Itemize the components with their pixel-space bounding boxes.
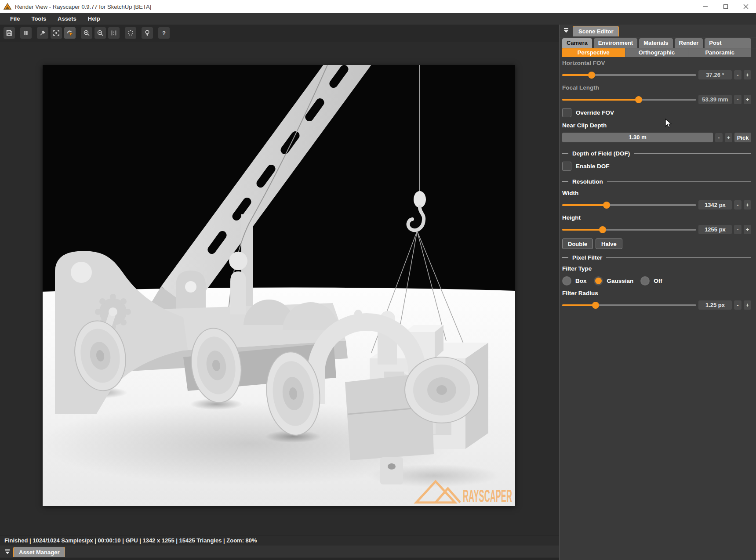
menu-help[interactable]: Help	[82, 13, 106, 25]
render-status-text: Finished | 1024/1024 Samples/px | 00:00:…	[4, 537, 257, 544]
width-label: Width	[562, 190, 751, 196]
slider-knob[interactable]	[588, 72, 595, 79]
minimize-button[interactable]	[695, 0, 716, 13]
focus-region-button[interactable]	[51, 27, 62, 39]
filter-radius-slider[interactable]	[562, 300, 696, 310]
focal-length-increment-button[interactable]: +	[744, 95, 751, 104]
eyedropper-button[interactable]	[37, 27, 48, 39]
pixel-filter-section-header: Pixel Filter	[562, 254, 751, 261]
tab-render[interactable]: Render	[675, 38, 703, 48]
help-button[interactable]: ?	[158, 27, 170, 39]
slider-knob[interactable]	[599, 226, 606, 233]
enable-dof-checkbox[interactable]	[562, 162, 571, 171]
height-decrement-button[interactable]: -	[734, 225, 741, 234]
tab-materials[interactable]: Materials	[639, 38, 672, 48]
filter-radius-increment-button[interactable]: +	[744, 300, 751, 310]
lightbulb-icon	[144, 29, 151, 36]
width-slider[interactable]	[562, 200, 696, 210]
tab-post-processing[interactable]: Post Processing	[705, 38, 751, 48]
height-value[interactable]: 1255 px	[698, 225, 732, 234]
slider-knob[interactable]	[635, 96, 642, 103]
filter-radius-decrement-button[interactable]: -	[734, 300, 741, 310]
focal-length-value[interactable]: 53.39 mm	[698, 95, 732, 104]
pause-button[interactable]	[20, 27, 32, 39]
scene-editor-tab[interactable]: Scene Editor	[573, 26, 619, 36]
projection-orthographic[interactable]: Orthographic	[625, 48, 689, 57]
near-clip-depth-input[interactable]: 1.30 m	[562, 133, 713, 142]
override-fov-checkbox[interactable]	[562, 108, 571, 117]
focal-length-decrement-button[interactable]: -	[734, 95, 741, 104]
menu-bar: File Tools Assets Help	[0, 13, 756, 25]
asset-manager-tab[interactable]: Asset Manager	[13, 547, 65, 557]
zoom-in-icon	[83, 29, 90, 36]
title-bar: Render View - Rayscaper 0.9.77 for Sketc…	[0, 0, 756, 14]
projection-panoramic[interactable]: Panoramic	[688, 48, 751, 57]
app-window: Render View - Rayscaper 0.9.77 for Sketc…	[0, 0, 756, 560]
rendered-image: RAYSCAPER	[43, 65, 515, 506]
override-fov-label: Override FOV	[576, 109, 614, 116]
filter-type-box-label: Box	[575, 278, 587, 284]
section-rule	[634, 153, 751, 154]
filter-type-off-radio[interactable]	[640, 276, 650, 285]
dof-section-header: Depth of Field (DOF)	[562, 150, 751, 157]
horizontal-fov-slider[interactable]	[562, 70, 696, 79]
zoom-fit-button[interactable]	[108, 27, 120, 39]
slider-fill	[562, 229, 603, 231]
filter-type-radio-group: Box Gaussian Off	[562, 276, 751, 285]
slider-fill	[562, 304, 596, 306]
height-increment-button[interactable]: +	[744, 225, 751, 234]
horizontal-fov-label: Horizontal FOV	[562, 60, 751, 66]
close-button[interactable]	[736, 0, 756, 13]
scene-editor-content: Camera Environment Materials Render Post…	[560, 37, 756, 560]
watermark-text: RAYSCAPER	[463, 486, 512, 506]
tab-camera[interactable]: Camera	[562, 38, 592, 48]
zoom-in-button[interactable]	[81, 27, 92, 39]
slider-fill	[562, 99, 639, 101]
height-label: Height	[562, 214, 751, 221]
near-clip-depth-label: Near Clip Depth	[562, 122, 751, 129]
halve-resolution-button[interactable]: Halve	[596, 238, 622, 249]
filter-type-gaussian-radio[interactable]	[594, 276, 603, 285]
menu-file[interactable]: File	[4, 13, 25, 25]
filter-type-box-radio[interactable]	[562, 276, 571, 285]
menu-assets[interactable]: Assets	[52, 13, 82, 25]
asset-bar-strip	[0, 557, 559, 560]
slider-knob[interactable]	[592, 302, 599, 309]
maximize-button[interactable]	[716, 0, 736, 13]
width-value[interactable]: 1342 px	[698, 200, 732, 210]
near-clip-depth-decrement-button[interactable]: -	[715, 133, 723, 142]
asset-manager-bar: Asset Manager	[0, 546, 559, 560]
double-resolution-button[interactable]: Double	[562, 238, 593, 249]
tab-environment[interactable]: Environment	[594, 38, 637, 48]
horizontal-fov-decrement-button[interactable]: -	[734, 70, 741, 79]
filter-radius-value[interactable]: 1.25 px	[698, 300, 732, 310]
horizontal-fov-value[interactable]: 37.26 °	[698, 70, 732, 79]
section-rule	[606, 257, 751, 258]
pick-object-button[interactable]	[64, 27, 76, 39]
height-slider[interactable]	[562, 225, 696, 234]
lights-button[interactable]	[142, 27, 153, 39]
collapse-panel-icon[interactable]	[563, 27, 569, 35]
near-clip-depth-increment-button[interactable]: +	[725, 133, 732, 142]
menu-tools[interactable]: Tools	[25, 13, 52, 25]
eyedropper-icon	[39, 29, 46, 36]
zoom-out-button[interactable]	[94, 27, 106, 39]
width-decrement-button[interactable]: -	[734, 200, 741, 210]
near-clip-depth-pick-button[interactable]: Pick	[734, 133, 751, 142]
render-viewport[interactable]: RAYSCAPER	[0, 42, 559, 535]
help-icon: ?	[160, 29, 167, 36]
rayscaper-logo-icon	[4, 3, 11, 11]
filter-radius-label: Filter Radius	[562, 290, 751, 296]
filter-type-label: Filter Type	[562, 265, 751, 272]
horizontal-fov-increment-button[interactable]: +	[744, 70, 751, 79]
render-region-button[interactable]	[125, 27, 136, 39]
width-increment-button[interactable]: +	[744, 200, 751, 210]
focal-length-slider[interactable]	[562, 95, 696, 104]
scene-editor-header: Scene Editor	[560, 25, 756, 37]
focal-length-label: Focal Length	[562, 84, 751, 91]
save-button[interactable]	[4, 27, 15, 39]
slider-knob[interactable]	[603, 202, 610, 209]
projection-perspective[interactable]: Perspective	[562, 48, 625, 57]
section-dash-icon	[562, 181, 568, 182]
collapse-panel-icon[interactable]	[4, 549, 11, 556]
